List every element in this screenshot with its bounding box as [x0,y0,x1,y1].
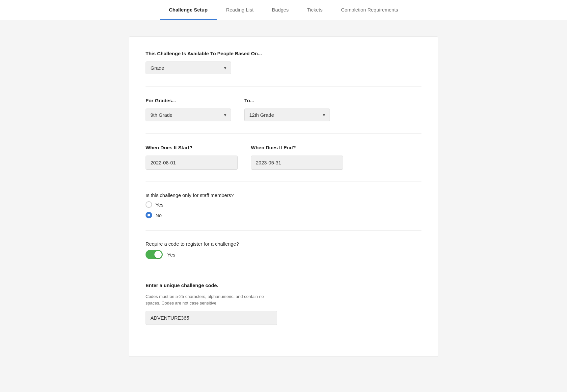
staff-only-section: Is this challenge only for staff members… [146,192,421,218]
challenge-code-input-wrapper [146,311,421,325]
tab-navigation: Challenge Setup Reading List Badges Tick… [0,0,567,20]
available-to-label: This Challenge Is Available To People Ba… [146,50,421,57]
content-area: This Challenge Is Available To People Ba… [102,20,465,373]
toggle-knob [154,251,162,258]
tab-challenge-setup[interactable]: Challenge Setup [160,0,217,20]
challenge-code-description: Codes must be 5-25 characters, alphanume… [146,293,271,306]
end-date-col: When Does It End? [251,144,343,170]
challenge-code-input[interactable] [146,311,277,325]
end-date-input[interactable] [251,156,343,170]
tab-completion-requirements[interactable]: Completion Requirements [332,0,407,20]
dates-row: When Does It Start? When Does It End? [146,144,421,170]
staff-only-no-option[interactable]: No [146,212,421,218]
grades-row: For Grades... Kindergarten 1st Grade 2nd… [146,97,421,121]
tab-reading-list[interactable]: Reading List [217,0,262,20]
staff-only-label: Is this challenge only for staff members… [146,192,421,198]
grade-from-select[interactable]: Kindergarten 1st Grade 2nd Grade 3rd Gra… [146,109,231,121]
start-date-label: When Does It Start? [146,144,238,151]
tab-badges[interactable]: Badges [263,0,298,20]
require-code-label: Require a code to register for a challen… [146,241,421,247]
staff-only-no-radio[interactable] [146,212,152,218]
divider-3 [146,182,421,182]
staff-only-yes-radio[interactable] [146,201,152,208]
staff-only-no-label: No [155,212,162,218]
require-code-toggle[interactable] [146,250,163,259]
staff-only-radio-group: Yes No [146,201,421,218]
start-date-col: When Does It Start? [146,144,238,170]
divider-5 [146,271,421,271]
available-to-section: This Challenge Is Available To People Ba… [146,50,421,74]
challenge-code-label: Enter a unique challenge code. [146,282,421,289]
grade-from-select-wrapper: Kindergarten 1st Grade 2nd Grade 3rd Gra… [146,109,231,121]
divider-2 [146,133,421,134]
require-code-toggle-row: Yes [146,250,421,259]
grade-to-select-wrapper: Kindergarten 1st Grade 2nd Grade 3rd Gra… [244,109,330,121]
grade-to-select[interactable]: Kindergarten 1st Grade 2nd Grade 3rd Gra… [244,109,330,121]
grade-from-col: For Grades... Kindergarten 1st Grade 2nd… [146,97,231,121]
grade-from-label: For Grades... [146,97,231,104]
require-code-section: Require a code to register for a challen… [146,241,421,259]
staff-only-yes-option[interactable]: Yes [146,201,421,208]
staff-only-yes-label: Yes [155,202,163,208]
dates-section: When Does It Start? When Does It End? [146,144,421,170]
start-date-input[interactable] [146,156,238,170]
available-to-select-wrapper: Grade Age Everyone ▼ [146,61,231,74]
tab-tickets[interactable]: Tickets [298,0,332,20]
grade-to-label: To... [244,97,330,104]
grades-section: For Grades... Kindergarten 1st Grade 2nd… [146,97,421,121]
grade-to-col: To... Kindergarten 1st Grade 2nd Grade 3… [244,97,330,121]
divider-4 [146,230,421,231]
page-wrapper: Challenge Setup Reading List Badges Tick… [0,0,567,392]
available-to-select[interactable]: Grade Age Everyone [146,61,231,74]
form-card: This Challenge Is Available To People Ba… [129,37,438,357]
challenge-code-section: Enter a unique challenge code. Codes mus… [146,282,421,325]
divider-1 [146,86,421,86]
require-code-toggle-label: Yes [167,252,175,257]
end-date-label: When Does It End? [251,144,343,151]
